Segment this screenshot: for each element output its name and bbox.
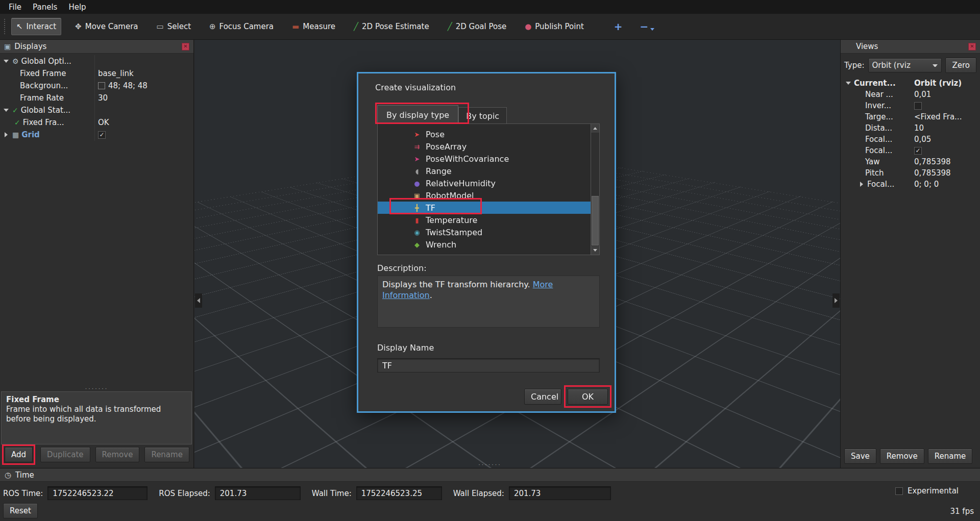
tool-select[interactable]: ▭ Select [152,18,195,35]
list-item-pose[interactable]: ➤ Pose [378,128,599,140]
list-item-relativehumidity[interactable]: ● RelativeHumidity [378,177,599,189]
view-row-focal-point[interactable]: Focal... 0; 0; 0 [841,179,980,190]
tab-by-display-type[interactable]: By display type [377,105,458,125]
view-row-yaw[interactable]: Yaw 0,785398 [841,156,980,167]
time-panel-titlebar[interactable]: ◷ Time [0,468,980,482]
add-button[interactable]: Add [5,447,33,462]
tool-2d-pose-estimate[interactable]: ╱ 2D Pose Estimate [349,18,434,35]
view-row-focal-shape-size[interactable]: Focal... 0,05 [841,134,980,145]
close-icon[interactable] [182,43,189,51]
list-item-wrench[interactable]: ◆ Wrench [378,238,599,251]
close-icon[interactable] [968,43,976,51]
display-type-list[interactable]: ➤ Pose ⇉ PoseArray ➤ PoseWithCovariance … [377,123,600,255]
view-row-invert-z[interactable]: Inver... [841,100,980,111]
list-item-tf[interactable]: ╋ TF [378,202,599,214]
wall-elapsed-value[interactable]: 201.73 [509,486,611,500]
tree-value[interactable]: <Fixed Fra... [914,112,962,121]
list-item-posewithcovariance[interactable]: ➤ PoseWithCovariance [378,153,599,165]
list-item-twiststamped[interactable]: ◉ TwistStamped [378,226,599,238]
wall-time-value[interactable]: 1752246523.25 [356,486,442,500]
save-button[interactable]: Save [844,449,876,464]
tree-value[interactable]: 0,01 [914,90,931,99]
hide-left-panel-handle[interactable] [195,293,202,308]
list-item-robotmodel[interactable]: ▣ RobotModel [378,189,599,202]
tree-value[interactable]: 0,785398 [914,157,951,166]
tree-value[interactable]: 0,05 [914,135,931,144]
view-row-target-frame[interactable]: Targe... <Fixed Fra... [841,111,980,122]
tree-label: Pitch [865,168,884,178]
reset-button[interactable]: Reset [3,503,38,518]
view-type-dropdown[interactable]: Orbit (rviz [868,58,942,72]
menu-file[interactable]: File [3,1,27,13]
view-row-near-clip[interactable]: Near ... 0,01 [841,89,980,100]
ros-elapsed-value[interactable]: 201.73 [215,486,301,500]
expander-down-icon[interactable] [4,60,9,63]
tool-measure[interactable]: ▬ Measure [287,18,340,35]
tree-value[interactable]: 0; 0; 0 [914,180,939,189]
invert-z-checkbox[interactable] [914,102,922,110]
remove-button[interactable]: Remove [880,449,924,464]
tool-interact[interactable]: ↖ Interact [11,18,61,35]
tree-row-background-color[interactable]: Backgroun... 48; 48; 48 [0,80,193,92]
focal-fixed-checkbox[interactable] [914,147,922,155]
tree-value[interactable]: 0,785398 [914,168,951,178]
tree-row-fixed-frame-status[interactable]: ✓ Fixed Fra... OK [0,116,193,129]
tree-label: Focal... [865,135,892,144]
view-row-distance[interactable]: Dista... 10 [841,122,980,134]
view-row-focal-shape-fixed[interactable]: Focal... [841,145,980,156]
tool-move-camera[interactable]: ✥ Move Camera [70,18,142,35]
hide-right-panel-handle[interactable] [832,293,840,308]
tool-focus-camera[interactable]: ⊕ Focus Camera [205,18,278,35]
experimental-toggle: Experimental [895,486,959,495]
expander-right-icon[interactable] [860,182,863,187]
expander-right-icon[interactable] [5,132,8,137]
display-name-input[interactable] [377,358,600,373]
ros-time-value[interactable]: 1752246523.22 [47,486,148,500]
remove-button[interactable]: Remove [95,447,140,462]
view-row-current[interactable]: Current... Orbit (rviz) [841,78,980,89]
grid-enabled-checkbox[interactable] [98,131,106,139]
add-tool-button[interactable]: + [609,19,628,34]
tree-value[interactable]: base_link [98,69,134,78]
scroll-up-button[interactable] [591,124,599,133]
tree-value[interactable]: 30 [98,93,108,103]
cancel-button[interactable]: Cancel [524,389,561,405]
time-panel-splitter-handle[interactable] [0,462,980,467]
list-scrollbar[interactable] [591,124,599,255]
menu-help[interactable]: Help [63,1,91,13]
expander-down-icon[interactable] [4,109,9,112]
scroll-down-button[interactable] [591,246,599,255]
view-row-pitch[interactable]: Pitch 0,785398 [841,167,980,179]
color-swatch[interactable] [98,82,105,89]
rename-button[interactable]: Rename [928,449,973,464]
rename-button[interactable]: Rename [144,447,189,462]
tree-label: Backgroun... [20,81,68,90]
tab-by-topic[interactable]: By topic [458,107,507,125]
tool-2d-goal-pose[interactable]: ╱ 2D Goal Pose [443,18,511,35]
list-item-posearray[interactable]: ⇉ PoseArray [378,140,599,153]
tree-row-grid[interactable]: ▦ Grid [0,129,193,141]
tree-row-global-status[interactable]: ✓ Global Stat... [0,104,193,116]
tree-row-frame-rate[interactable]: Frame Rate 30 [0,92,193,104]
list-item-range[interactable]: ◖ Range [378,165,599,177]
list-item-temperature[interactable]: ▮ Temperature [378,214,599,226]
displays-panel-titlebar[interactable]: ▣ Displays [0,40,193,54]
duplicate-button[interactable]: Duplicate [40,447,90,462]
zero-button[interactable]: Zero [945,58,976,73]
tree-row-global-options[interactable]: ⚙ Global Opti... [0,55,193,67]
experimental-checkbox[interactable] [895,487,903,495]
expander-down-icon[interactable] [846,82,851,85]
scrollbar-thumb[interactable] [592,196,599,245]
tree-value[interactable]: 10 [914,123,924,133]
views-panel-titlebar[interactable]: Views [841,40,980,54]
toolbar-grip[interactable] [4,19,7,34]
remove-tool-button[interactable]: − [635,19,660,34]
description-text: Displays the TF transform hierarchy. [382,280,533,289]
tool-publish-point[interactable]: ● Publish Point [520,18,589,35]
gear-icon: ⚙ [12,58,19,65]
ok-button[interactable]: OK [568,389,608,405]
menu-panels[interactable]: Panels [27,1,63,13]
tree-row-fixed-frame[interactable]: Fixed Frame base_link [0,67,193,80]
tree-value[interactable]: 48; 48; 48 [108,81,148,90]
help-splitter-handle[interactable] [0,387,193,390]
